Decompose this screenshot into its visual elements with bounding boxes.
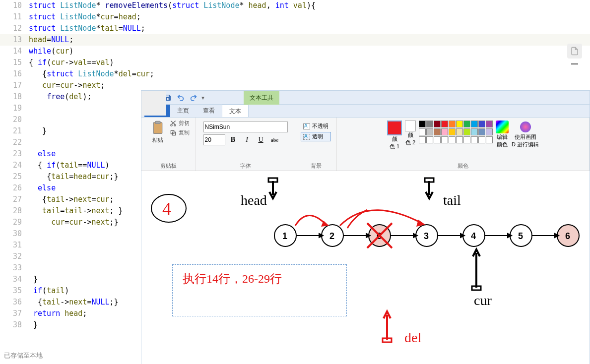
color-swatch[interactable] bbox=[441, 128, 448, 135]
ribbon: 粘贴 剪切 复制 剪贴板 bbox=[141, 118, 590, 171]
color-swatch[interactable] bbox=[449, 121, 456, 127]
line-number: 25 bbox=[0, 171, 29, 182]
italic-button[interactable]: I bbox=[241, 134, 253, 145]
tab-home[interactable]: 主页 bbox=[170, 105, 196, 117]
color-swatch-empty[interactable] bbox=[441, 136, 448, 143]
code-src: if(tail) bbox=[29, 285, 69, 297]
line-number: 21 bbox=[0, 125, 29, 137]
svg-rect-3 bbox=[155, 121, 160, 123]
color-swatch[interactable] bbox=[419, 128, 426, 135]
color-swatch[interactable] bbox=[463, 121, 470, 127]
paint3d-button[interactable]: 使用画图 D 进行编辑 bbox=[512, 121, 539, 148]
color-swatch[interactable] bbox=[478, 128, 485, 135]
color2-button[interactable]: 颜 色 2 bbox=[405, 121, 416, 146]
color-swatch[interactable] bbox=[471, 128, 478, 135]
edit-colors-button[interactable]: 编辑 颜色 bbox=[496, 121, 509, 148]
color-swatch[interactable] bbox=[434, 121, 441, 127]
qat-dropdown-icon[interactable]: ▾ bbox=[201, 94, 204, 101]
color-swatch-empty[interactable] bbox=[486, 136, 493, 143]
color-swatch-empty[interactable] bbox=[478, 136, 485, 143]
redo-icon[interactable] bbox=[188, 92, 199, 103]
code-src: else bbox=[29, 148, 56, 160]
code-src: head=NULL; bbox=[29, 34, 73, 46]
group-background: A 不透明 A 透明 背景 bbox=[295, 118, 337, 171]
color1-button[interactable]: 颜 色 1 bbox=[387, 121, 402, 150]
line-number: 32 bbox=[0, 251, 29, 262]
color-swatch[interactable] bbox=[456, 128, 463, 135]
collapse-icon[interactable] bbox=[571, 63, 578, 64]
color-swatch[interactable] bbox=[463, 128, 470, 135]
bold-button[interactable]: B bbox=[227, 134, 239, 145]
undo-icon[interactable] bbox=[175, 92, 187, 103]
tail-label: tail bbox=[443, 192, 461, 208]
line-number: 17 bbox=[0, 80, 29, 91]
tab-view[interactable]: 查看 bbox=[196, 105, 222, 117]
note-text: 执行14行，26-29行 bbox=[173, 265, 346, 293]
code-line[interactable]: 16 {struct ListNode*del=cur; bbox=[0, 68, 590, 80]
line-number: 19 bbox=[0, 103, 29, 114]
line-number: 14 bbox=[0, 46, 29, 57]
line-number: 12 bbox=[0, 23, 29, 34]
code-src: {tail=head=cur;} bbox=[29, 171, 119, 182]
color-swatch[interactable] bbox=[426, 121, 433, 127]
line-number: 29 bbox=[0, 217, 29, 228]
code-src: struct ListNode* removeElements(struct L… bbox=[29, 0, 316, 11]
transparent-option[interactable]: A 透明 bbox=[301, 132, 331, 141]
color-swatch-empty[interactable] bbox=[426, 136, 433, 143]
svg-text:1: 1 bbox=[282, 231, 287, 241]
svg-text:2: 2 bbox=[329, 231, 334, 241]
color-swatch[interactable] bbox=[449, 128, 456, 135]
color-swatch-empty[interactable] bbox=[449, 136, 456, 143]
color-swatch[interactable] bbox=[456, 121, 463, 127]
underline-button[interactable]: U bbox=[255, 134, 267, 145]
code-line[interactable]: 13head=NULL; bbox=[0, 34, 590, 46]
code-src: return head; bbox=[29, 308, 87, 319]
color-swatch-empty[interactable] bbox=[471, 136, 478, 143]
doc-icon[interactable] bbox=[567, 44, 582, 59]
paste-button[interactable]: 粘贴 bbox=[148, 120, 168, 144]
code-line[interactable]: 12struct ListNode*tail=NULL; bbox=[0, 23, 590, 34]
code-src: { if(tail==NULL) bbox=[29, 160, 110, 171]
text-tools-contextual-tab: 文本工具 bbox=[244, 91, 279, 105]
line-number: 30 bbox=[0, 228, 29, 240]
opaque-option[interactable]: A 不透明 bbox=[301, 121, 331, 131]
code-src: else bbox=[29, 182, 56, 194]
code-line[interactable]: 15{ if(cur->val==val) bbox=[0, 57, 590, 68]
color-swatch[interactable] bbox=[426, 128, 433, 135]
code-src: tail=tail->next; } bbox=[29, 205, 123, 217]
color-swatch[interactable] bbox=[486, 128, 493, 135]
svg-point-4 bbox=[170, 124, 172, 126]
cut-button[interactable]: 剪切 bbox=[170, 120, 190, 127]
status-text: 已存储至本地 bbox=[4, 351, 43, 360]
color-swatch[interactable] bbox=[434, 128, 441, 135]
code-line[interactable]: 10struct ListNode* removeElements(struct… bbox=[0, 0, 590, 11]
color-swatch-empty[interactable] bbox=[434, 136, 441, 143]
font-family-select[interactable] bbox=[203, 121, 288, 132]
line-number: 26 bbox=[0, 182, 29, 194]
line-number: 24 bbox=[0, 160, 29, 171]
color-swatch[interactable] bbox=[419, 121, 426, 127]
color-swatch[interactable] bbox=[471, 121, 478, 127]
code-src: {tail->next=NULL;} bbox=[29, 297, 119, 308]
group-clipboard: 粘贴 剪切 复制 剪贴板 bbox=[141, 118, 196, 171]
font-size-select[interactable] bbox=[203, 134, 225, 145]
strike-button[interactable]: abc bbox=[269, 134, 281, 145]
color-swatch-empty[interactable] bbox=[419, 136, 426, 143]
color-swatch[interactable] bbox=[478, 121, 485, 127]
svg-text:5: 5 bbox=[518, 231, 523, 241]
color-swatch[interactable] bbox=[441, 121, 448, 127]
paint-canvas[interactable]: 4 head tail 1 2 6 3 4 5 6 bbox=[141, 171, 590, 364]
code-line[interactable]: 17 cur=cur->next; bbox=[0, 80, 590, 91]
text-edit-box[interactable]: 执行14行，26-29行 bbox=[172, 264, 347, 316]
tab-text[interactable]: 文本 bbox=[222, 105, 249, 117]
color-swatch-empty[interactable] bbox=[463, 136, 470, 143]
line-number: 18 bbox=[0, 91, 29, 103]
line-number: 31 bbox=[0, 240, 29, 251]
color-swatch[interactable] bbox=[486, 121, 493, 127]
svg-rect-2 bbox=[153, 122, 162, 134]
line-number: 13 bbox=[0, 34, 29, 46]
code-line[interactable]: 11struct ListNode*cur=head; bbox=[0, 11, 590, 23]
copy-button[interactable]: 复制 bbox=[170, 129, 190, 136]
color-swatch-empty[interactable] bbox=[456, 136, 463, 143]
code-line[interactable]: 14while(cur) bbox=[0, 46, 590, 57]
